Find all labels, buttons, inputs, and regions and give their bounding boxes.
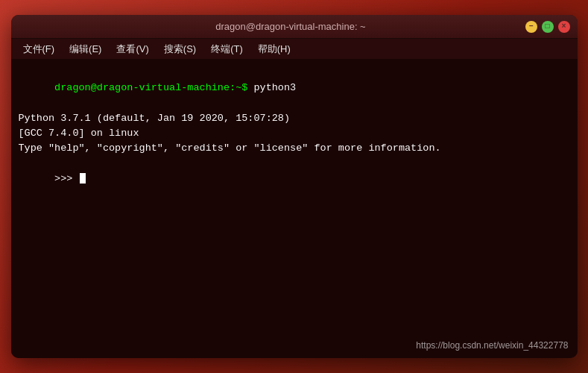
terminal-line-2: Python 3.7.1 (default, Jan 19 2020, 15:0…	[19, 111, 570, 126]
prompt-text: dragon@dragon-virtual-machine:~$	[54, 82, 253, 93]
terminal-window: dragon@dragon-virtual-machine: ~ − □ × 文…	[11, 15, 578, 358]
terminal-body[interactable]: dragon@dragon-virtual-machine:~$ python3…	[11, 60, 578, 358]
terminal-line-4: Type "help", "copyright", "credits" or "…	[19, 141, 570, 156]
watermark: https://blog.csdn.net/weixin_44322778	[416, 340, 568, 351]
window-controls: − □ ×	[525, 21, 570, 33]
terminal-line-1: dragon@dragon-virtual-machine:~$ python3	[19, 66, 570, 111]
menu-view[interactable]: 查看(V)	[110, 41, 154, 57]
command-text: python3	[253, 82, 296, 93]
maximize-button[interactable]: □	[542, 21, 554, 33]
title-bar: dragon@dragon-virtual-machine: ~ − □ ×	[11, 15, 578, 39]
window-title: dragon@dragon-virtual-machine: ~	[215, 21, 365, 32]
minimize-button[interactable]: −	[525, 21, 537, 33]
menu-bar: 文件(F) 编辑(E) 查看(V) 搜索(S) 终端(T) 帮助(H)	[11, 39, 578, 60]
menu-edit[interactable]: 编辑(E)	[63, 41, 107, 57]
menu-search[interactable]: 搜索(S)	[158, 41, 202, 57]
close-button[interactable]: ×	[558, 21, 570, 33]
repl-prompt: >>>	[54, 173, 78, 184]
menu-file[interactable]: 文件(F)	[17, 41, 61, 57]
terminal-line-3: [GCC 7.4.0] on linux	[19, 126, 570, 141]
menu-help[interactable]: 帮助(H)	[252, 41, 297, 57]
terminal-line-5: >>>	[19, 157, 570, 202]
menu-terminal[interactable]: 终端(T)	[205, 41, 249, 57]
cursor	[80, 173, 86, 184]
